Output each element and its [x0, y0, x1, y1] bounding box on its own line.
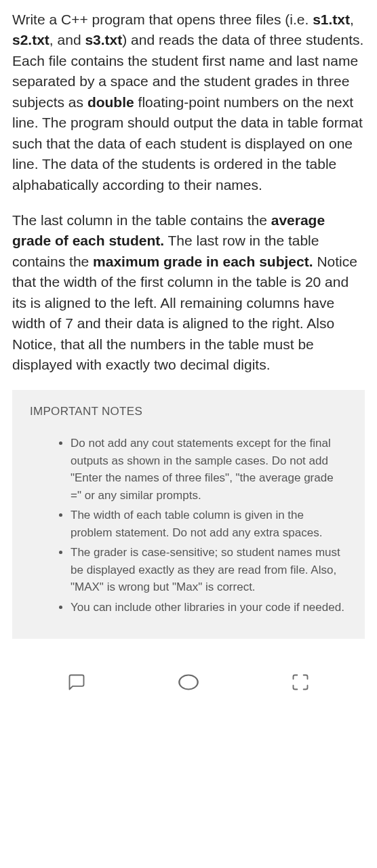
list-item: Do not add any cout statements except fo… [71, 435, 347, 504]
bold-text: double [87, 94, 134, 110]
list-item: You can include other libraries in your … [71, 599, 347, 616]
document-page: Write a C++ program that opens three fil… [0, 0, 377, 666]
text: Write a C++ program that opens three fil… [12, 12, 313, 27]
paragraph-1: Write a C++ program that opens three fil… [12, 9, 365, 195]
svg-point-0 [179, 675, 197, 690]
text: Notice that the width of the first colum… [12, 254, 357, 372]
paragraph-2: The last column in the table contains th… [12, 210, 365, 376]
bold-text: s1.txt [313, 12, 350, 27]
important-notes-box: IMPORTANT NOTES Do not add any cout stat… [12, 390, 365, 639]
bold-text: s3.txt [85, 32, 122, 47]
bold-text: maximum grade in each subject. [93, 254, 313, 269]
text: The last column in the table contains th… [12, 212, 271, 228]
ellipse-icon[interactable] [176, 673, 201, 692]
text: , and [49, 32, 85, 47]
expand-icon[interactable] [291, 673, 310, 692]
notes-list: Do not add any cout statements except fo… [30, 435, 347, 616]
bottom-bar [0, 666, 377, 698]
comment-icon[interactable] [67, 673, 86, 692]
notes-title: IMPORTANT NOTES [30, 405, 347, 418]
text: , [350, 12, 354, 27]
list-item: The width of each table column is given … [71, 507, 347, 541]
list-item: The grader is case-sensitive; so student… [71, 544, 347, 596]
bold-text: s2.txt [12, 32, 49, 47]
